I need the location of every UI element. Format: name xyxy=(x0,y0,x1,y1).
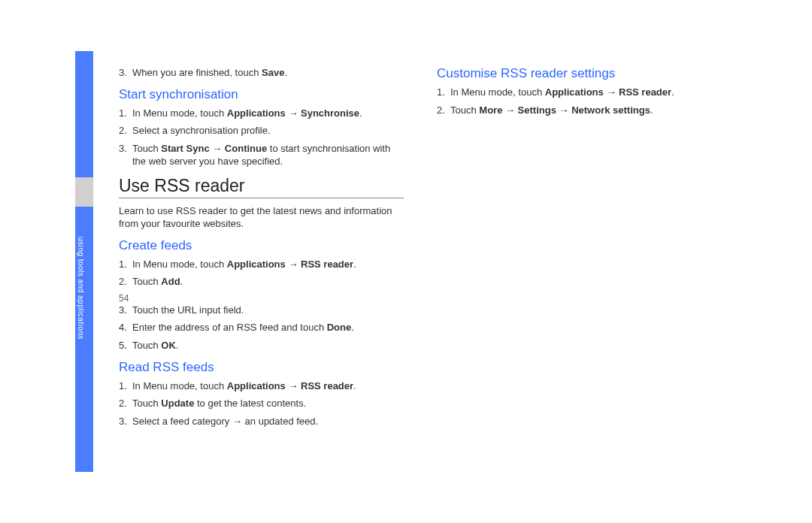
page-number: 54 xyxy=(119,293,404,304)
text-bold: Applications xyxy=(545,86,604,98)
sidebar-label: using tools and applications xyxy=(77,237,85,340)
side-strip: using tools and applications xyxy=(75,51,93,472)
text: . xyxy=(359,107,362,119)
step-item: Touch More → Settings → Network settings… xyxy=(450,104,722,117)
strip-segment xyxy=(75,177,93,207)
text: → xyxy=(286,380,301,391)
steps-customise: In Menu mode, touch Applications → RSS r… xyxy=(437,86,722,116)
text-bold: Start Sync xyxy=(161,143,209,154)
text-bold: Add xyxy=(161,276,180,287)
text: Touch xyxy=(132,276,161,287)
text-bold: More xyxy=(479,104,502,116)
heading-read-rss: Read RSS feeds xyxy=(119,360,404,375)
text: Touch xyxy=(132,340,161,351)
text-bold: OK xyxy=(161,340,176,351)
heading-start-sync: Start synchronisation xyxy=(119,87,404,102)
text-bold: Done xyxy=(327,322,352,333)
steps-start-sync: In Menu mode, touch Applications → Synch… xyxy=(119,107,404,168)
text: In Menu mode, touch xyxy=(132,380,227,391)
text: → xyxy=(210,143,225,154)
text-bold: Synchronise xyxy=(301,107,359,119)
text: Touch xyxy=(132,143,161,154)
text: → xyxy=(556,104,571,116)
strip-segment: using tools and applications xyxy=(75,207,93,472)
step-item: Select a feed category → an updated feed… xyxy=(132,415,404,428)
heading-use-rss: Use RSS reader xyxy=(119,176,404,198)
text: → xyxy=(502,104,517,116)
step-item: Touch Add. xyxy=(132,275,404,289)
step-num: 3. xyxy=(119,66,127,80)
steps-create-feeds-cont: Touch the URL input field. Enter the add… xyxy=(119,304,404,352)
strip-segment xyxy=(75,51,93,177)
text: to get the latest contents. xyxy=(194,398,306,409)
text-bold: RSS reader xyxy=(301,258,353,270)
text-bold: Save xyxy=(262,67,284,78)
text: . xyxy=(671,86,674,98)
step-item: Touch Update to get the latest contents. xyxy=(132,397,404,410)
text-bold: Applications xyxy=(227,107,286,119)
text-bold: Continue xyxy=(225,143,267,154)
text: Touch xyxy=(132,398,161,409)
text-bold: Applications xyxy=(227,258,286,270)
text-bold: Settings xyxy=(518,104,556,116)
step-item: Touch the URL input field. xyxy=(132,304,404,317)
heading-create-feeds: Create feeds xyxy=(119,238,404,253)
text: . xyxy=(353,258,356,270)
step-item: In Menu mode, touch Applications → RSS r… xyxy=(132,258,404,271)
columns: 3. When you are finished, touch Save. St… xyxy=(119,66,722,463)
text-bold: Applications xyxy=(227,380,286,391)
steps-read-rss: In Menu mode, touch Applications → RSS r… xyxy=(119,379,404,428)
text-bold: RSS reader xyxy=(619,86,671,98)
text-bold: RSS reader xyxy=(301,380,353,391)
step-item: In Menu mode, touch Applications → RSS r… xyxy=(450,86,722,99)
step-item: 3. When you are finished, touch Save. xyxy=(119,66,404,80)
text: . xyxy=(353,380,356,391)
text: → xyxy=(286,258,301,270)
text: In Menu mode, touch xyxy=(132,258,227,270)
text: . xyxy=(180,276,183,287)
text: . xyxy=(351,322,354,333)
text-bold: Update xyxy=(161,398,194,409)
page-content: 3. When you are finished, touch Save. St… xyxy=(93,51,737,472)
text: Enter the address of an RSS feed and tou… xyxy=(132,322,327,333)
text: → xyxy=(286,107,301,119)
text: → xyxy=(604,86,619,98)
manual-page: using tools and applications 3. When you… xyxy=(75,51,737,472)
paragraph: Learn to use RSS reader to get the lates… xyxy=(119,204,404,231)
text: . xyxy=(284,67,287,78)
step-item: In Menu mode, touch Applications → Synch… xyxy=(132,107,404,120)
step-item: Select a synchronisation profile. xyxy=(132,124,404,138)
text-bold: Network settings xyxy=(571,104,650,116)
step-item: In Menu mode, touch Applications → RSS r… xyxy=(132,379,404,393)
step-item: Enter the address of an RSS feed and tou… xyxy=(132,321,404,334)
text: Touch xyxy=(450,104,479,116)
text: . xyxy=(176,340,179,351)
text: In Menu mode, touch xyxy=(132,107,227,119)
text: . xyxy=(650,104,653,116)
text: In Menu mode, touch xyxy=(450,86,545,98)
steps-create-feeds: In Menu mode, touch Applications → RSS r… xyxy=(119,258,404,289)
step-item: Touch Start Sync → Continue to start syn… xyxy=(132,142,404,168)
text: When you are finished, touch xyxy=(132,67,262,78)
heading-customise: Customise RSS reader settings xyxy=(437,66,722,81)
step-item: Touch OK. xyxy=(132,339,404,352)
